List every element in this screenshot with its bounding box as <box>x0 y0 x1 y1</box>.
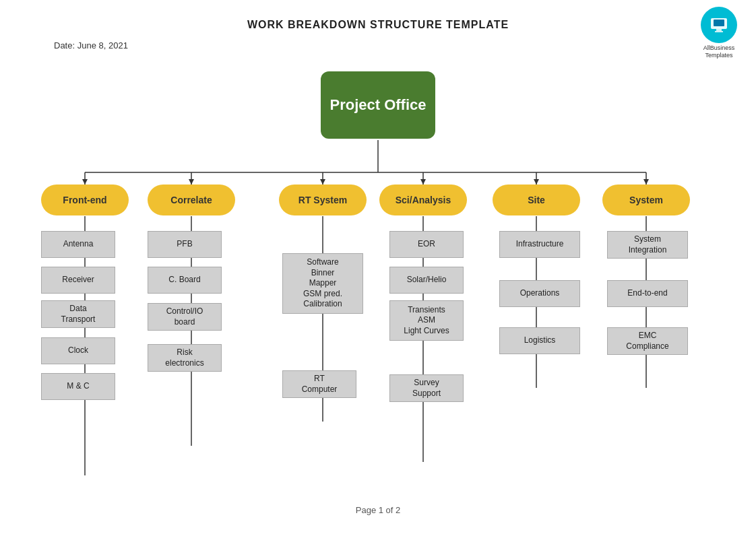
l2-data-transport: Data Transport <box>41 300 115 328</box>
l2-emc: EMC Compliance <box>607 327 688 355</box>
l2-endtoend: End-to-end <box>607 280 688 307</box>
page-footer: Page 1 of 2 <box>356 505 401 515</box>
root-node: Project Office <box>321 71 435 139</box>
l2-sysintegration: System Integration <box>607 231 688 259</box>
l2-cboard: C. Board <box>148 267 222 294</box>
l1-site: Site <box>493 185 580 215</box>
l1-system: System <box>602 185 690 215</box>
svg-marker-17 <box>643 179 649 185</box>
svg-marker-12 <box>82 179 88 185</box>
l2-mc: M & C <box>41 373 115 400</box>
l1-rtsystem: RT System <box>279 185 367 215</box>
l2-pfb: PFB <box>148 231 222 258</box>
l2-eor: EOR <box>389 231 464 258</box>
l1-scianalysis: Sci/Analysis <box>379 185 467 215</box>
l2-logistics: Logistics <box>499 327 580 354</box>
l1-frontend: Front-end <box>41 185 129 215</box>
l2-rtcomputer: RT Computer <box>282 370 356 398</box>
l2-solar: Solar/Helio <box>389 267 464 294</box>
l2-clock: Clock <box>41 337 115 364</box>
l2-software: Software Binner Mapper GSM pred. Calibra… <box>282 253 363 314</box>
l2-receiver: Receiver <box>41 267 115 294</box>
svg-rect-1 <box>714 20 724 26</box>
l2-infrastructure: Infrastructure <box>499 231 580 258</box>
l2-transients: Transients ASM Light Curves <box>389 300 464 341</box>
l2-risk: Risk electronics <box>148 344 222 372</box>
l2-operations: Operations <box>499 280 580 307</box>
l1-correlate: Correlate <box>148 185 235 215</box>
l2-survey: Survey Support <box>389 374 464 402</box>
svg-marker-15 <box>420 179 426 185</box>
svg-marker-16 <box>534 179 539 185</box>
svg-marker-14 <box>320 179 325 185</box>
svg-marker-13 <box>189 179 194 185</box>
page-title: WORK BREAKDOWN STRUCTURE TEMPLATE <box>0 0 756 31</box>
l2-antenna: Antenna <box>41 231 115 258</box>
l2-controlio: Control/IO board <box>148 303 222 331</box>
